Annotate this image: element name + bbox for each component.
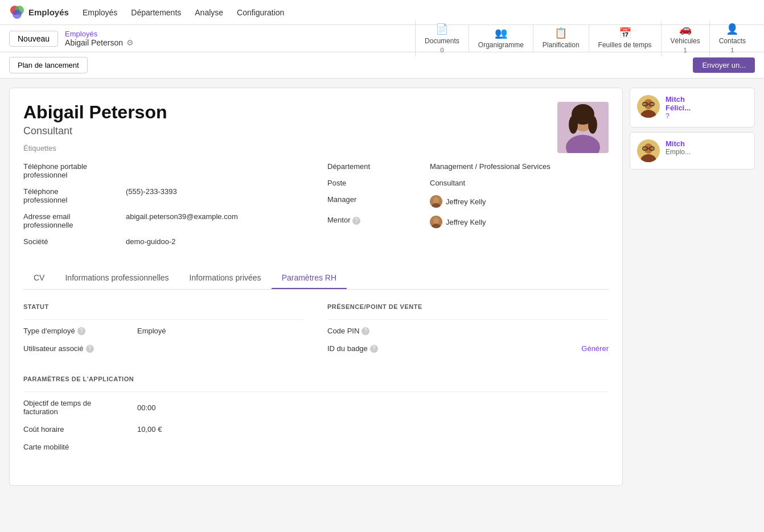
fields-left: Téléphone portableprofessionnel Téléphon… bbox=[23, 162, 305, 254]
planification-button[interactable]: 📋 Planification bbox=[533, 24, 589, 52]
plan-lancement-button[interactable]: Plan de lancement bbox=[9, 57, 88, 73]
nouveau-button[interactable]: Nouveau bbox=[9, 31, 58, 47]
action-bar: 📄 Documents 0 👥 Organigramme 📋 Planifica… bbox=[415, 20, 755, 56]
side-name-1: Mitch bbox=[666, 139, 747, 148]
label-type-employe: Type d'employé ? bbox=[23, 327, 137, 335]
organigramme-button[interactable]: 👥 Organigramme bbox=[469, 24, 533, 52]
field-objectif-temps: Objectif de temps defacturation 00:00 bbox=[23, 399, 609, 416]
generate-link[interactable]: Générer bbox=[581, 344, 609, 353]
field-mentor: Mentor ? Jeffrey Kelly bbox=[327, 216, 609, 228]
field-portable: Téléphone portableprofessionnel bbox=[23, 162, 305, 179]
planification-icon: 📋 bbox=[554, 27, 567, 40]
field-value-departement: Management / Professional Services bbox=[430, 162, 551, 171]
tab-params-rh[interactable]: Paramètres RH bbox=[272, 267, 347, 289]
svg-point-7 bbox=[569, 116, 578, 134]
field-value-poste: Consultant bbox=[430, 179, 465, 187]
side-card-0[interactable]: MitchFélici... ? bbox=[630, 88, 755, 127]
tab-info-priv[interactable]: Informations privées bbox=[179, 267, 272, 289]
side-info-1: Mitch Emplo... bbox=[666, 139, 747, 156]
side-link-0: ? bbox=[666, 112, 747, 120]
gear-icon[interactable]: ⚙ bbox=[126, 38, 134, 47]
employee-header: Abigail Peterson Consultant Étiquettes bbox=[23, 102, 609, 153]
field-label-poste: Poste bbox=[327, 179, 430, 187]
vehicules-button[interactable]: 🚗 Véhicules 1 bbox=[661, 20, 709, 56]
fields-section: Téléphone portableprofessionnel Téléphon… bbox=[23, 162, 609, 254]
svg-point-13 bbox=[433, 217, 439, 224]
side-sub-1: Emplo... bbox=[666, 148, 747, 156]
mentor-question[interactable]: ? bbox=[352, 217, 360, 225]
documents-button[interactable]: 📄 Documents 0 bbox=[415, 20, 469, 56]
contacts-label: Contacts bbox=[719, 37, 746, 46]
statut-title: STATUT bbox=[23, 303, 305, 310]
field-email: Adresse emailprofessionnelle abigail.pet… bbox=[23, 212, 305, 229]
field-label-societe: Société bbox=[23, 237, 126, 246]
feuilles-button[interactable]: 📅 Feuilles de temps bbox=[589, 24, 661, 52]
breadcrumb-current-name: Abigail Peterson bbox=[65, 38, 123, 47]
mentor-avatar bbox=[430, 216, 442, 228]
envoyer-button[interactable]: Envoyer un... bbox=[693, 57, 755, 73]
side-avatar-0 bbox=[637, 95, 660, 118]
field-value-email: abigail.peterson39@example.com bbox=[126, 212, 238, 221]
feuilles-label: Feuilles de temps bbox=[598, 41, 652, 50]
label-id-badge: ID du badge ? bbox=[327, 344, 441, 353]
label-objectif-temps: Objectif de temps defacturation bbox=[23, 399, 137, 416]
side-name-0: MitchFélici... bbox=[666, 95, 747, 112]
code-pin-question[interactable]: ? bbox=[362, 327, 369, 335]
field-telephone: Téléphoneprofessionnel (555)-233-3393 bbox=[23, 187, 305, 204]
nav-configuration[interactable]: Configuration bbox=[237, 6, 284, 19]
documents-label: Documents bbox=[425, 37, 459, 46]
field-utilisateur: Utilisateur associé ? bbox=[23, 344, 305, 353]
app-params-section: PARAMÈTRES DE L'APPLICATION Objectif de … bbox=[23, 376, 609, 451]
side-avatar-svg-0 bbox=[637, 95, 660, 118]
col-statut: STATUT Type d'employé ? Employé Utilisat… bbox=[23, 301, 305, 362]
field-label-mentor: Mentor ? bbox=[327, 216, 430, 225]
label-code-pin: Code PIN ? bbox=[327, 327, 441, 335]
organigramme-icon: 👥 bbox=[495, 27, 507, 40]
presence-title: PRÉSENCE/POINT DE VENTE bbox=[327, 303, 609, 310]
field-label-telephone: Téléphoneprofessionnel bbox=[23, 187, 126, 204]
nav-departements[interactable]: Départements bbox=[131, 6, 181, 19]
side-avatar-1 bbox=[637, 139, 660, 162]
field-label-manager: Manager bbox=[327, 195, 430, 204]
field-label-departement: Département bbox=[327, 162, 430, 171]
utilisateur-question[interactable]: ? bbox=[86, 345, 94, 353]
side-info-0: MitchFélici... ? bbox=[666, 95, 747, 120]
documents-count: 0 bbox=[440, 46, 443, 54]
nav-analyse[interactable]: Analyse bbox=[195, 6, 223, 19]
svg-point-2 bbox=[13, 10, 22, 19]
side-card-1[interactable]: Mitch Emplo... bbox=[630, 132, 755, 170]
field-value-societe: demo-guidoo-2 bbox=[126, 237, 175, 246]
planification-label: Planification bbox=[543, 41, 580, 50]
field-value-telephone: (555)-233-3393 bbox=[126, 187, 177, 196]
field-cout-horaire: Coût horaire 10,00 € bbox=[23, 425, 609, 434]
label-carte-mobilite: Carte mobilité bbox=[23, 443, 137, 451]
field-label-portable: Téléphone portableprofessionnel bbox=[23, 162, 126, 179]
employee-photo-svg bbox=[557, 102, 609, 153]
tab-info-pro[interactable]: Informations professionnelles bbox=[55, 267, 179, 289]
id-badge-question[interactable]: ? bbox=[370, 345, 378, 353]
value-cout-horaire: 10,00 € bbox=[137, 425, 162, 434]
documents-icon: 📄 bbox=[436, 23, 448, 36]
employee-name: Abigail Peterson bbox=[23, 102, 167, 123]
contacts-count: 1 bbox=[730, 46, 734, 54]
employee-photo bbox=[557, 102, 609, 153]
logo-icon bbox=[9, 5, 25, 20]
tab-cv[interactable]: CV bbox=[23, 267, 55, 289]
contacts-icon: 👤 bbox=[726, 23, 738, 36]
employee-info: Abigail Peterson Consultant Étiquettes bbox=[23, 102, 167, 152]
side-panel: MitchFélici... ? Mitch Emplo... bbox=[630, 88, 755, 486]
nav-employes[interactable]: Employés bbox=[83, 6, 117, 19]
breadcrumb-parent[interactable]: Employés bbox=[65, 30, 134, 38]
type-employe-question[interactable]: ? bbox=[77, 327, 85, 335]
vehicules-icon: 🚗 bbox=[679, 23, 692, 36]
field-type-employe: Type d'employé ? Employé bbox=[23, 327, 305, 335]
contacts-button[interactable]: 👤 Contacts 1 bbox=[709, 20, 755, 56]
field-poste: Poste Consultant bbox=[327, 179, 609, 187]
field-carte-mobilite: Carte mobilité bbox=[23, 443, 609, 451]
app-params-title: PARAMÈTRES DE L'APPLICATION bbox=[23, 376, 609, 382]
tab-content-params-rh: STATUT Type d'employé ? Employé Utilisat… bbox=[23, 290, 609, 472]
field-manager: Manager Jeffrey Kelly bbox=[327, 195, 609, 208]
label-cout-horaire: Coût horaire bbox=[23, 425, 137, 434]
field-label-email: Adresse emailprofessionnelle bbox=[23, 212, 126, 229]
breadcrumb-current: Abigail Peterson ⚙ bbox=[65, 38, 134, 47]
